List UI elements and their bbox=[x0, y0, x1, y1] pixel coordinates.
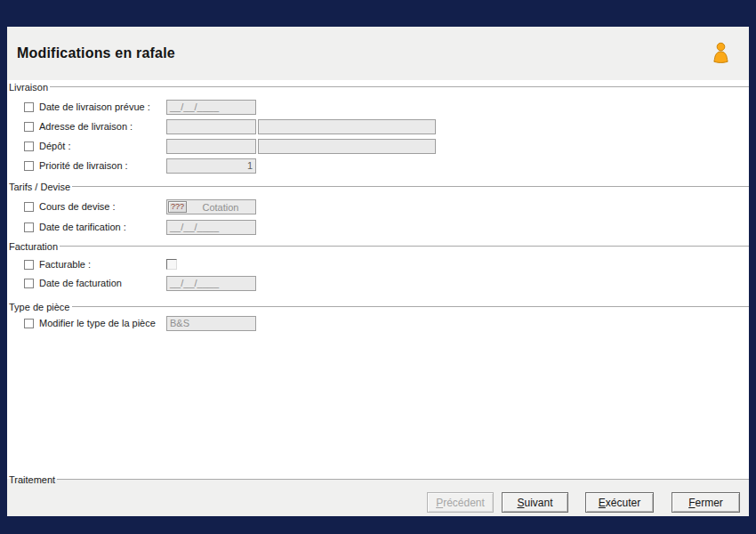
group-label: Livraison bbox=[9, 82, 48, 93]
group-label: Type de pièce bbox=[9, 302, 70, 312]
group-rule bbox=[72, 186, 749, 187]
field-label: Date de livraison prévue : bbox=[39, 100, 150, 115]
field-label: Date de tarification : bbox=[39, 220, 126, 235]
row-type-piece: Modifier le type de la pièce B&S bbox=[7, 316, 749, 331]
row-priorite: Priorité de livraison : 1 bbox=[7, 158, 749, 174]
cotation-field[interactable]: ??? Cotation bbox=[166, 199, 256, 214]
field-label: Date de facturation bbox=[39, 276, 122, 291]
dialog-header: Modifications en rafale bbox=[7, 27, 749, 80]
group-rule bbox=[60, 246, 749, 247]
page-title: Modifications en rafale bbox=[17, 45, 175, 61]
depot-libelle-input[interactable] bbox=[258, 139, 436, 154]
checkbox-date-tarification[interactable] bbox=[24, 222, 34, 232]
group-livraison: Livraison bbox=[9, 81, 749, 93]
adresse-libelle-input[interactable] bbox=[258, 119, 436, 134]
field-label: Dépôt : bbox=[39, 139, 70, 154]
cotation-value: Cotation bbox=[187, 201, 254, 214]
type-piece-input[interactable]: B&S bbox=[166, 316, 256, 331]
date-tarification-input[interactable]: __/__/____ bbox=[166, 220, 256, 235]
checkbox-date-facturation[interactable] bbox=[24, 279, 34, 288]
group-facturation: Facturation bbox=[9, 240, 749, 252]
checkbox-adresse-livraison[interactable] bbox=[24, 122, 34, 132]
priorite-input[interactable]: 1 bbox=[166, 158, 256, 174]
date-livraison-input[interactable]: __/__/____ bbox=[166, 100, 256, 115]
group-traitement: Traitement bbox=[9, 473, 749, 485]
field-label: Facturable : bbox=[39, 257, 91, 272]
row-cours-devise: Cours de devise : ??? Cotation bbox=[7, 199, 749, 214]
checkbox-type-piece[interactable] bbox=[24, 319, 34, 328]
adresse-code-input[interactable] bbox=[166, 119, 256, 134]
group-rule bbox=[57, 479, 749, 480]
row-date-tarification: Date de tarification : __/__/____ bbox=[7, 220, 749, 235]
checkbox-facturable[interactable] bbox=[24, 260, 34, 270]
suivant-button[interactable]: Suivant bbox=[502, 492, 568, 513]
lookup-button[interactable]: ??? bbox=[168, 201, 187, 213]
field-label: Priorité de livraison : bbox=[39, 158, 128, 174]
row-date-livraison: Date de livraison prévue : __/__/____ bbox=[7, 100, 749, 115]
row-date-facturation: Date de facturation __/__/____ bbox=[7, 276, 749, 291]
group-rule bbox=[72, 306, 750, 307]
row-depot: Dépôt : bbox=[7, 139, 749, 154]
group-label: Tarifs / Devise bbox=[9, 182, 70, 192]
checkbox-date-livraison[interactable] bbox=[24, 102, 34, 112]
group-rule bbox=[50, 86, 749, 87]
fermer-button[interactable]: Fermer bbox=[672, 492, 740, 513]
checkbox-priorite[interactable] bbox=[24, 161, 34, 171]
executer-button[interactable]: Exécuter bbox=[585, 492, 654, 513]
bulk-modifications-dialog: Modifications en rafale Livraison Date d… bbox=[7, 27, 749, 516]
date-facturation-input[interactable]: __/__/____ bbox=[166, 276, 256, 291]
checkbox-depot[interactable] bbox=[24, 142, 34, 151]
group-type-piece: Type de pièce bbox=[9, 301, 749, 312]
group-label: Facturation bbox=[9, 241, 58, 252]
field-label: Adresse de livraison : bbox=[39, 119, 133, 134]
depot-code-input[interactable] bbox=[166, 139, 256, 154]
precedent-button[interactable]: Précédent bbox=[427, 492, 494, 513]
checkbox-cours-devise[interactable] bbox=[24, 202, 34, 212]
facturable-value-checkbox[interactable] bbox=[166, 259, 177, 270]
field-label: Cours de devise : bbox=[39, 199, 116, 214]
row-adresse-livraison: Adresse de livraison : bbox=[7, 119, 749, 134]
row-facturable: Facturable : bbox=[7, 257, 749, 272]
group-tarifs: Tarifs / Devise bbox=[9, 181, 749, 192]
field-label: Modifier le type de la pièce bbox=[39, 316, 156, 331]
person-icon bbox=[711, 42, 731, 70]
group-label: Traitement bbox=[9, 474, 55, 485]
